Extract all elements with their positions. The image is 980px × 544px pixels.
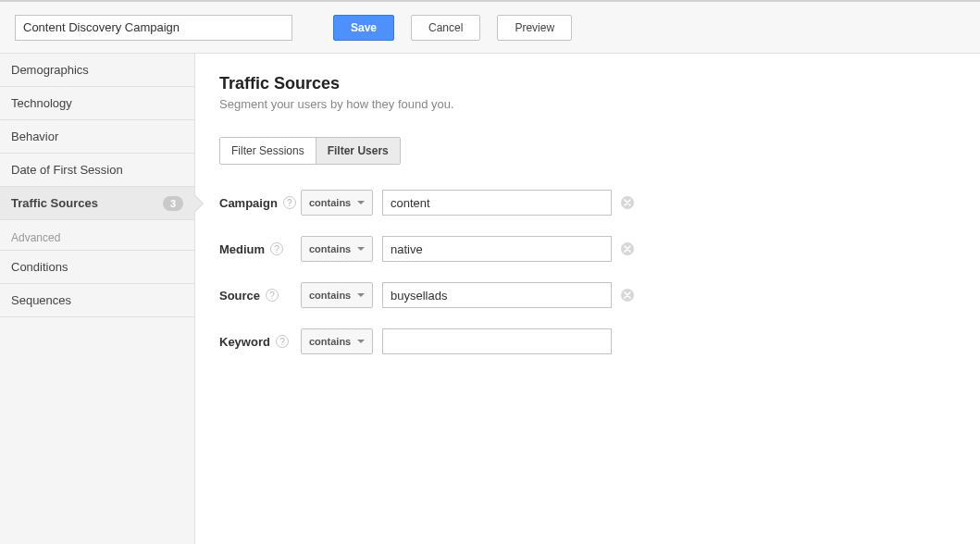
cancel-button[interactable]: Cancel xyxy=(411,15,480,41)
sidebar-item-label: Behavior xyxy=(11,130,58,143)
sidebar-item-label: Traffic Sources xyxy=(11,196,98,210)
content-area: Traffic Sources Segment your users by ho… xyxy=(195,54,980,544)
sidebar-item-label: Demographics xyxy=(11,63,89,77)
sidebar: Demographics Technology Behavior Date of… xyxy=(0,54,195,544)
clear-icon[interactable] xyxy=(621,289,634,302)
operator-select[interactable]: contains xyxy=(301,190,373,216)
filter-label: Campaign ? xyxy=(219,196,301,210)
sidebar-item-label: Sequences xyxy=(11,293,71,307)
sidebar-item-conditions[interactable]: Conditions xyxy=(0,251,194,284)
help-icon[interactable]: ? xyxy=(270,242,283,255)
sidebar-item-technology[interactable]: Technology xyxy=(0,87,194,120)
filter-row-campaign: Campaign ? contains xyxy=(219,189,956,216)
filter-value-input[interactable] xyxy=(382,190,612,216)
clear-icon[interactable] xyxy=(621,196,634,209)
chevron-down-icon xyxy=(357,340,365,343)
page-title: Traffic Sources xyxy=(219,74,956,93)
filter-label: Source ? xyxy=(219,289,301,303)
chevron-down-icon xyxy=(357,293,365,297)
sidebar-section-advanced: Advanced xyxy=(0,220,194,251)
help-icon[interactable]: ? xyxy=(276,335,289,348)
sidebar-item-label: Technology xyxy=(11,96,72,110)
sidebar-item-traffic-sources[interactable]: Traffic Sources 3 xyxy=(0,187,194,220)
preview-button[interactable]: Preview xyxy=(497,15,572,41)
filter-value-input[interactable] xyxy=(382,236,612,262)
count-badge: 3 xyxy=(163,196,183,211)
page-subtitle: Segment your users by how they found you… xyxy=(219,97,956,111)
save-button[interactable]: Save xyxy=(333,15,394,41)
filter-row-keyword: Keyword ? contains xyxy=(219,328,956,355)
clear-icon[interactable] xyxy=(621,242,634,255)
top-toolbar: Save Cancel Preview xyxy=(0,0,980,54)
tab-filter-sessions[interactable]: Filter Sessions xyxy=(220,138,316,164)
chevron-down-icon xyxy=(357,247,365,251)
segment-name-input[interactable] xyxy=(15,15,292,41)
sidebar-item-behavior[interactable]: Behavior xyxy=(0,120,194,154)
sidebar-item-sequences[interactable]: Sequences xyxy=(0,284,194,317)
operator-select[interactable]: contains xyxy=(301,282,373,308)
chevron-down-icon xyxy=(357,201,365,204)
scope-tabs: Filter Sessions Filter Users xyxy=(219,137,401,165)
filter-value-input[interactable] xyxy=(382,328,612,354)
filter-label: Keyword ? xyxy=(219,335,301,349)
help-icon[interactable]: ? xyxy=(283,196,296,209)
sidebar-item-label: Date of First Session xyxy=(11,163,123,177)
filter-value-input[interactable] xyxy=(382,282,612,308)
help-icon[interactable]: ? xyxy=(266,289,279,302)
sidebar-item-demographics[interactable]: Demographics xyxy=(0,54,194,87)
tab-filter-users[interactable]: Filter Users xyxy=(316,138,400,164)
operator-select[interactable]: contains xyxy=(301,328,373,354)
sidebar-item-date-of-first-session[interactable]: Date of First Session xyxy=(0,154,194,187)
filter-label: Medium ? xyxy=(219,242,301,256)
filter-row-source: Source ? contains xyxy=(219,281,956,309)
filter-row-medium: Medium ? contains xyxy=(219,235,956,263)
operator-select[interactable]: contains xyxy=(301,236,373,262)
sidebar-item-label: Conditions xyxy=(11,260,68,274)
